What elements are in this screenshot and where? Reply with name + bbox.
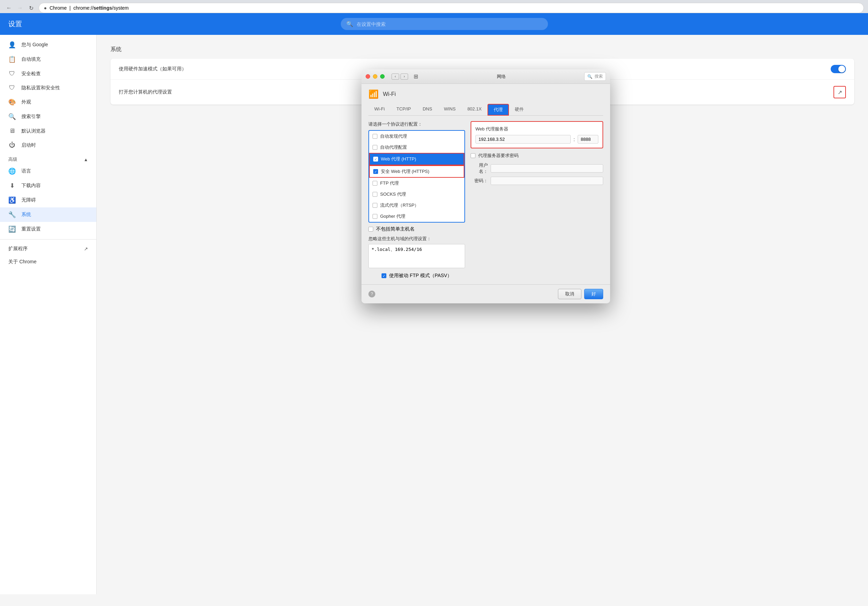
dialog-footer: ? 取消 好: [361, 284, 610, 303]
wrench-icon: 🔧: [8, 211, 16, 218]
sidebar-item-reset[interactable]: 🔄 重置设置: [0, 222, 96, 237]
proxy-item-label: Gopher 代理: [380, 213, 405, 220]
power-icon: ⏻: [8, 142, 16, 149]
sidebar-item-search-engine[interactable]: 🔍 搜索引擎: [0, 110, 96, 124]
accessibility-icon: ♿: [8, 196, 16, 204]
clipboard-icon: 📋: [8, 56, 16, 63]
sidebar-item-privacy[interactable]: 🛡 隐私设置和安全性: [0, 81, 96, 95]
https-checkbox[interactable]: ✓: [373, 169, 378, 174]
bypass-simple-checkbox[interactable]: [368, 227, 373, 232]
close-traffic-light[interactable]: [366, 74, 370, 79]
refresh-button[interactable]: ↻: [26, 3, 36, 13]
search-icon: 🔍: [8, 113, 16, 121]
minimize-traffic-light[interactable]: [373, 74, 377, 79]
person-icon: 👤: [8, 41, 16, 49]
password-row: 密码：: [471, 177, 603, 185]
sidebar-item-languages[interactable]: 🌐 语言: [0, 164, 96, 178]
proxy-item-autoconfig[interactable]: 自动代理配置: [369, 142, 464, 153]
main-content: 系统 使用硬件加速模式（如果可用） 打开您计算机的代理设置 ↗: [97, 35, 868, 594]
browser-chrome: ← → ↻ ● Chrome | chrome://settings/syste…: [0, 0, 868, 13]
proxy-item-socks[interactable]: SOCKS 代理: [369, 189, 464, 200]
search-placeholder: 搜索: [595, 74, 603, 79]
ftp-passive-checkbox[interactable]: ✓: [381, 273, 386, 278]
sidebar-item-system[interactable]: 🔧 系统: [0, 207, 96, 222]
proxy-item-http[interactable]: ✓ Web 代理 (HTTP): [369, 153, 464, 165]
titlebar-forward-button[interactable]: ›: [400, 74, 408, 80]
network-body: 📶 Wi-Fi Wi-Fi TCP/IP D: [361, 84, 610, 284]
cancel-button[interactable]: 取消: [558, 289, 581, 299]
titlebar-grid: ⊞: [414, 73, 418, 80]
sidebar-item-safety-check[interactable]: 🛡 安全检查: [0, 66, 96, 81]
network-header: 📶 Wi-Fi: [368, 90, 603, 99]
sidebar-label: 搜索引擎: [22, 114, 41, 120]
gopher-checkbox[interactable]: [372, 214, 377, 219]
search-input[interactable]: [356, 22, 542, 27]
proxy-auth-label: 代理服务器要求密码: [478, 153, 519, 159]
titlebar-back-button[interactable]: ‹: [392, 74, 399, 80]
proxy-item-label: 自动发现代理: [380, 133, 407, 139]
proxy-list-panel: 请选择一个协议进行配置： 自动发现代理 自动代理配置: [368, 121, 465, 279]
proxy-server-box: Web 代理服务器 :: [471, 121, 603, 148]
autodiscover-checkbox[interactable]: [372, 134, 377, 139]
tab-802.1x[interactable]: 802.1X: [462, 104, 488, 116]
address-bar[interactable]: ● Chrome | chrome://settings/system: [39, 3, 864, 13]
palette-icon: 🎨: [8, 98, 16, 106]
maximize-traffic-light[interactable]: [380, 74, 384, 79]
proxy-item-rtsp[interactable]: 流式代理（RTSP）: [369, 200, 464, 211]
address-bar-text: Chrome | chrome://settings/system: [50, 5, 129, 11]
username-input[interactable]: [491, 164, 603, 173]
network-tabs: Wi-Fi TCP/IP DNS WINS: [368, 104, 603, 116]
username-row: 用户名：: [471, 162, 603, 175]
browser-name: Chrome: [50, 5, 67, 11]
sidebar-item-accessibility[interactable]: ♿ 无障碍: [0, 193, 96, 207]
forward-button[interactable]: →: [15, 3, 25, 13]
tab-dns[interactable]: DNS: [417, 104, 438, 116]
tab-wifi[interactable]: Wi-Fi: [368, 104, 391, 116]
advanced-section[interactable]: 高级 ▲: [0, 152, 96, 164]
search-bar[interactable]: 🔍: [341, 18, 548, 30]
url-prefix: chrome://: [73, 5, 93, 11]
socks-checkbox[interactable]: [372, 192, 377, 197]
url-bold: settings: [94, 5, 112, 11]
sidebar-about[interactable]: 关于 Chrome: [0, 255, 96, 269]
http-checkbox[interactable]: ✓: [373, 157, 378, 161]
proxy-auth-checkbox[interactable]: [471, 153, 476, 158]
dialog-titlebar: ‹ › ⊞ 网络 🔍 搜索: [361, 70, 610, 84]
tab-proxy[interactable]: 代理: [488, 104, 509, 116]
bypass-textarea[interactable]: *.local、169.254/16: [368, 244, 465, 268]
settings-header: 设置 🔍: [0, 13, 868, 35]
sidebar-item-downloads[interactable]: ⬇ 下载内容: [0, 178, 96, 193]
ftp-passive-label: 使用被动 FTP 模式（PASV）: [389, 273, 452, 279]
proxy-port-input[interactable]: [578, 135, 598, 144]
proxy-right-panel: Web 代理服务器 :: [471, 121, 603, 279]
dialog-overlay: ‹ › ⊞ 网络 🔍 搜索: [104, 70, 868, 303]
rtsp-checkbox[interactable]: [372, 203, 377, 208]
proxy-host-input[interactable]: [476, 135, 571, 144]
tab-wins[interactable]: WINS: [438, 104, 462, 116]
sidebar-item-google-account[interactable]: 👤 您与 Google: [0, 38, 96, 52]
proxy-config-label: 请选择一个协议进行配置：: [368, 121, 465, 127]
ftp-checkbox[interactable]: [372, 181, 377, 186]
sidebar-extensions[interactable]: 扩展程序 ↗: [0, 242, 96, 255]
dialog-search[interactable]: 🔍 搜索: [584, 72, 606, 81]
help-button[interactable]: ?: [368, 291, 375, 297]
tab-hardware[interactable]: 硬件: [509, 104, 530, 116]
proxy-item-https[interactable]: ✓ 安全 Web 代理 (HTTPS): [369, 165, 464, 178]
sidebar-label: 系统: [22, 212, 31, 218]
proxy-item-ftp[interactable]: FTP 代理: [369, 178, 464, 189]
sidebar-item-appearance[interactable]: 🎨 外观: [0, 95, 96, 110]
sidebar-item-default-browser[interactable]: 🖥 默认浏览器: [0, 124, 96, 138]
ok-button[interactable]: 好: [584, 289, 603, 299]
autoconfig-checkbox[interactable]: [372, 145, 377, 150]
password-input[interactable]: [491, 177, 603, 185]
proxy-item-gopher[interactable]: Gopher 代理: [369, 211, 464, 222]
network-dialog: ‹ › ⊞ 网络 🔍 搜索: [361, 70, 610, 303]
tab-tcpip[interactable]: TCP/IP: [391, 104, 417, 116]
proxy-item-autodiscover[interactable]: 自动发现代理: [369, 131, 464, 142]
back-button[interactable]: ←: [4, 3, 14, 13]
sidebar-item-startup[interactable]: ⏻ 启动时: [0, 138, 96, 152]
proxy-item-label: 流式代理（RTSP）: [380, 202, 419, 209]
sidebar-item-autofill[interactable]: 📋 自动填充: [0, 52, 96, 66]
colon-separator: :: [574, 137, 575, 142]
proxy-item-label: SOCKS 代理: [380, 191, 406, 197]
